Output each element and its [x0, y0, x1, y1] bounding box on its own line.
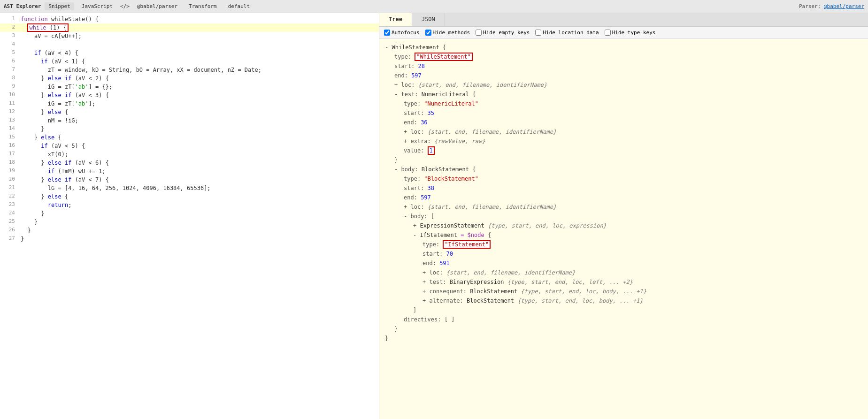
- if-alternate-expand[interactable]: +: [422, 297, 426, 304]
- body-end-row: end: 597: [385, 193, 862, 202]
- body-open: {: [472, 166, 476, 173]
- line-num-6: 6: [2, 57, 15, 64]
- test-collapse-icon[interactable]: -: [394, 91, 398, 98]
- code-content-12: } else {: [21, 108, 377, 116]
- if-loc-expand[interactable]: +: [422, 269, 426, 276]
- code-content-13: nM = !iG;: [21, 116, 377, 125]
- code-line-3: 3 aV = cA[wU++];: [0, 32, 379, 40]
- tree-content: - WhileStatement { type: "WhileStatement…: [379, 39, 868, 419]
- test-extra-expand[interactable]: +: [404, 138, 407, 145]
- line-num-12: 12: [2, 108, 15, 114]
- test-loc-expand[interactable]: +: [404, 129, 407, 135]
- code-content-27: }: [21, 235, 377, 243]
- code-content-26: }: [21, 226, 377, 235]
- line-num-1: 1: [2, 15, 15, 22]
- while-end-key: end:: [394, 72, 411, 79]
- line-num-13: 13: [2, 116, 15, 123]
- body-end-value: 597: [421, 194, 431, 201]
- body-body-node: - body: [: [385, 212, 862, 221]
- test-loc-row: + loc: {start, end, filename, identifier…: [385, 127, 862, 137]
- line-num-25: 25: [2, 218, 15, 224]
- tab-json[interactable]: JSON: [412, 13, 445, 26]
- option-hide-empty-keys[interactable]: Hide empty keys: [476, 30, 530, 36]
- app-title: AST Explorer: [4, 3, 41, 9]
- hide-type-keys-checkbox[interactable]: [605, 30, 611, 36]
- code-content-8: } else if (aV < 2) {: [21, 74, 377, 83]
- test-extra-row: + extra: {rawValue, raw}: [385, 137, 862, 146]
- body-collapse-icon[interactable]: -: [394, 166, 398, 173]
- code-content-7: zT = window, kD = String, bO = Array, xX…: [21, 66, 377, 74]
- code-content-9: iG = zT['ab'] = {};: [21, 83, 377, 91]
- hide-location-data-checkbox[interactable]: [535, 30, 541, 36]
- if-consequent-expand[interactable]: +: [422, 288, 426, 295]
- if-start-key: start:: [422, 251, 446, 257]
- tab-parser[interactable]: @babel/parser: [133, 2, 181, 10]
- option-hide-methods[interactable]: Hide methods: [425, 30, 470, 36]
- tab-transform[interactable]: Transform: [185, 2, 221, 10]
- if-test-expand[interactable]: +: [422, 279, 426, 285]
- code-line-6: 6 if (aV < 1) {: [0, 57, 379, 66]
- parser-link[interactable]: @babel/parser: [824, 3, 864, 9]
- test-extra-collapse: {rawValue, raw}: [434, 138, 485, 145]
- body-loc-expand[interactable]: +: [404, 204, 407, 210]
- tab-tree[interactable]: Tree: [379, 13, 412, 26]
- while-start-row: start: 28: [385, 61, 862, 71]
- code-content-21: lG = [4, 16, 64, 256, 1024, 4096, 16384,…: [21, 184, 377, 192]
- code-content-2: while (1) {: [21, 23, 377, 32]
- tab-default[interactable]: default: [224, 2, 253, 10]
- option-autofocus[interactable]: Autofocus: [384, 30, 420, 36]
- if-alternate-row: + alternate: BlockStatement {type, start…: [385, 296, 862, 305]
- main-content: 1 function whileState() { 2 while (1) { …: [0, 13, 868, 419]
- code-line-16: 16 if (aV < 5) {: [0, 142, 379, 150]
- code-line-11: 11 iG = zT['ab'];: [0, 99, 379, 108]
- while-type-key: type:: [394, 53, 415, 60]
- while-loc-expand[interactable]: +: [394, 82, 398, 88]
- test-close-bracket: }: [394, 157, 398, 163]
- hide-empty-keys-checkbox[interactable]: [476, 30, 482, 36]
- body-body-collapse-icon[interactable]: -: [404, 213, 407, 220]
- test-value-key: value:: [404, 147, 428, 154]
- code-line-18: 18 } else if (aV < 6) {: [0, 159, 379, 167]
- body-loc-key: loc:: [410, 204, 427, 210]
- while-statement-label: WhileStatement: [392, 44, 439, 51]
- while-statement-node: - WhileStatement {: [385, 43, 862, 52]
- if-consequent-key: consequent:: [429, 288, 470, 295]
- tab-language[interactable]: JavaScript: [78, 2, 116, 10]
- if-loc-collapse: {start, end, filename, identifierName}: [446, 269, 576, 276]
- test-end-value: 36: [421, 119, 427, 126]
- code-line-2: 2 while (1) {: [0, 23, 379, 32]
- option-hide-location-data[interactable]: Hide location data: [535, 30, 599, 36]
- test-open: {: [472, 91, 476, 98]
- expression-expand[interactable]: +: [413, 222, 416, 229]
- if-test-collapse: {type, start, end, loc, left, ... +2}: [507, 279, 633, 285]
- code-content-25: }: [21, 218, 377, 226]
- test-loc-collapse: {start, end, filename, identifierName}: [428, 129, 557, 135]
- code-content-19: if (!mM) wU += 1;: [21, 167, 377, 175]
- tab-snippet[interactable]: Snippet: [45, 2, 74, 10]
- while-type-row: type: "WhileStatement": [385, 52, 862, 61]
- body-type-key: type:: [404, 175, 424, 182]
- if-loc-row: + loc: {start, end, filename, identifier…: [385, 268, 862, 277]
- body-close: }: [394, 326, 398, 332]
- code-content-15: } else {: [21, 133, 377, 142]
- body-start-key: start:: [404, 185, 428, 191]
- hide-empty-keys-label: Hide empty keys: [483, 30, 530, 36]
- line-num-5: 5: [2, 49, 15, 55]
- if-alternate-key: alternate:: [429, 297, 466, 304]
- hide-methods-checkbox[interactable]: [425, 30, 431, 36]
- while-start-value: 28: [418, 63, 425, 69]
- test-value-row: value: 1: [385, 146, 862, 155]
- while-collapse-icon[interactable]: -: [385, 44, 388, 51]
- body-loc-row: + loc: {start, end, filename, identifier…: [385, 202, 862, 212]
- code-line-24: 24 }: [0, 209, 379, 218]
- line-num-19: 19: [2, 167, 15, 174]
- option-hide-type-keys[interactable]: Hide type keys: [605, 30, 656, 36]
- while-open-bracket: {: [443, 44, 446, 51]
- test-end-key: end:: [404, 119, 421, 126]
- line-num-20: 20: [2, 175, 15, 182]
- test-end-row: end: 36: [385, 118, 862, 127]
- if-collapse-icon[interactable]: -: [413, 232, 416, 238]
- code-line-25: 25 }: [0, 218, 379, 226]
- line-num-2: 2: [2, 23, 15, 30]
- autofocus-checkbox[interactable]: [384, 30, 390, 36]
